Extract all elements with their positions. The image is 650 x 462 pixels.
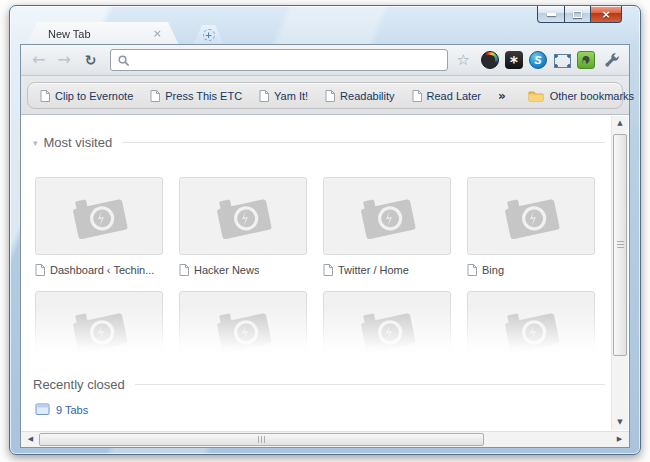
bookmarks-bar-region: Clip to Evernote Press This ETC Yam It! …	[21, 76, 629, 115]
reload-button[interactable]: ↻	[82, 53, 100, 67]
maximize-icon	[573, 11, 582, 18]
bookmark-read-later[interactable]: Read Later	[412, 90, 481, 102]
camera-icon	[211, 192, 275, 240]
minimize-icon	[547, 13, 556, 16]
bookmark-label: Press This ETC	[165, 90, 242, 102]
capture-frame-extension-icon	[554, 54, 571, 68]
bookmark-yam-it[interactable]: Yam It!	[259, 90, 308, 102]
camera-icon	[67, 306, 131, 354]
address-input[interactable]	[135, 53, 441, 67]
stumbleupon-glyph: S	[534, 54, 541, 66]
tile-link-bing[interactable]: Bing	[467, 264, 595, 276]
thumbnail[interactable]	[35, 291, 163, 355]
new-tab-page: ▾ Most visited	[21, 115, 629, 431]
page-icon	[150, 90, 160, 102]
navigation-toolbar: ← → ↻ ☆ * S	[21, 45, 629, 76]
browser-window: × New Tab × + ← → ↻ ☆ * S	[9, 5, 641, 455]
wrench-menu-button[interactable]	[603, 51, 621, 69]
tile-label: Hacker News	[194, 264, 259, 276]
thumbnail-twitter[interactable]	[323, 177, 451, 255]
asterisk-glyph: *	[510, 54, 518, 72]
tile-link-dashboard[interactable]: Dashboard ‹ Techin...	[35, 264, 163, 276]
folder-icon	[528, 90, 544, 102]
close-button[interactable]: ×	[590, 6, 622, 23]
section-divider	[122, 142, 605, 143]
capture-frame-extension-button[interactable]	[553, 51, 571, 69]
tab-title: New Tab	[48, 28, 153, 40]
collapse-triangle-icon[interactable]: ▾	[33, 138, 38, 148]
omnibox[interactable]	[110, 49, 448, 71]
bookmark-label: Clip to Evernote	[55, 90, 133, 102]
scrollbar-grip	[617, 241, 624, 249]
recently-closed-title: Recently closed	[33, 377, 125, 392]
scrollbar-grip	[258, 436, 266, 443]
most-visited-title: Most visited	[44, 135, 113, 150]
scroll-right-arrow[interactable]: ▶	[612, 432, 627, 447]
scroll-down-arrow[interactable]: ▼	[612, 415, 628, 430]
search-icon	[117, 54, 130, 67]
scroll-up-arrow[interactable]: ▲	[612, 116, 628, 131]
camera-icon	[499, 192, 563, 240]
scroll-left-arrow[interactable]: ◀	[23, 432, 38, 447]
thumbnail-bing[interactable]	[467, 177, 595, 255]
thumbnail-dashboard[interactable]	[35, 177, 163, 255]
bookmark-clip-to-evernote[interactable]: Clip to Evernote	[40, 90, 133, 102]
forward-button[interactable]: →	[54, 52, 73, 68]
bookmark-label: Read Later	[427, 90, 481, 102]
thumbnail-hacker-news[interactable]	[179, 177, 307, 255]
camera-icon	[211, 306, 275, 354]
tabs-link-label: 9 Tabs	[56, 404, 88, 416]
bookmark-press-this-etc[interactable]: Press This ETC	[150, 90, 242, 102]
asterisk-extension-icon[interactable]: *	[505, 51, 523, 69]
bookmarks-bar: Clip to Evernote Press This ETC Yam It! …	[27, 82, 623, 109]
thumbnail[interactable]	[467, 291, 595, 355]
page-icon	[323, 264, 333, 276]
most-visited-row-2	[35, 291, 597, 355]
vertical-scrollbar[interactable]: ▲ ▼	[611, 116, 628, 430]
tab-close-icon[interactable]: ×	[153, 28, 162, 39]
most-visited-header: ▾ Most visited	[33, 135, 605, 150]
section-divider	[135, 384, 605, 385]
new-tab-button[interactable]: +	[193, 25, 224, 45]
most-visited-row-2-tiles	[35, 291, 597, 355]
other-bookmarks-button[interactable]: Other bookmarks	[528, 90, 634, 102]
page-icon	[40, 90, 50, 102]
color-wheel-extension-icon[interactable]	[481, 51, 499, 69]
wrench-icon	[604, 52, 620, 68]
bookmark-label: Yam It!	[274, 90, 308, 102]
tile-link-twitter[interactable]: Twitter / Home	[323, 264, 451, 276]
horizontal-scrollbar-thumb[interactable]	[39, 433, 484, 446]
camera-icon	[355, 306, 419, 354]
tab-new-tab[interactable]: New Tab ×	[26, 22, 179, 45]
bookmark-readability[interactable]: Readability	[325, 90, 394, 102]
most-visited-row-1	[35, 177, 595, 255]
close-icon: ×	[601, 9, 610, 20]
back-button[interactable]: ←	[29, 52, 48, 68]
window-controls: ×	[537, 6, 622, 23]
tile-label: Twitter / Home	[338, 264, 409, 276]
bookmark-label: Readability	[340, 90, 394, 102]
bookmarks-overflow-chevron[interactable]: »	[498, 89, 506, 103]
camera-icon	[67, 192, 131, 240]
page-icon	[35, 264, 45, 276]
evernote-extension-icon[interactable]	[577, 51, 595, 69]
horizontal-scrollbar[interactable]: ◀ ▶	[21, 431, 629, 447]
other-bookmarks-label: Other bookmarks	[550, 90, 634, 102]
vertical-scrollbar-thumb[interactable]	[613, 134, 627, 356]
page-icon	[325, 90, 335, 102]
bookmark-star-icon[interactable]: ☆	[452, 53, 475, 68]
page-icon	[412, 90, 422, 102]
camera-icon	[499, 306, 563, 354]
camera-icon	[355, 192, 419, 240]
tile-link-hacker-news[interactable]: Hacker News	[179, 264, 307, 276]
thumbnail[interactable]	[323, 291, 451, 355]
thumbnail[interactable]	[179, 291, 307, 355]
recently-closed-tabs-link[interactable]: 9 Tabs	[35, 403, 88, 416]
tile-label: Bing	[482, 264, 504, 276]
plus-icon: +	[203, 29, 215, 41]
stumbleupon-extension-icon[interactable]: S	[529, 51, 547, 69]
browser-client-area: ← → ↻ ☆ * S	[20, 44, 630, 448]
page-icon	[259, 90, 269, 102]
minimize-button[interactable]	[537, 6, 565, 23]
maximize-button[interactable]	[564, 6, 591, 23]
